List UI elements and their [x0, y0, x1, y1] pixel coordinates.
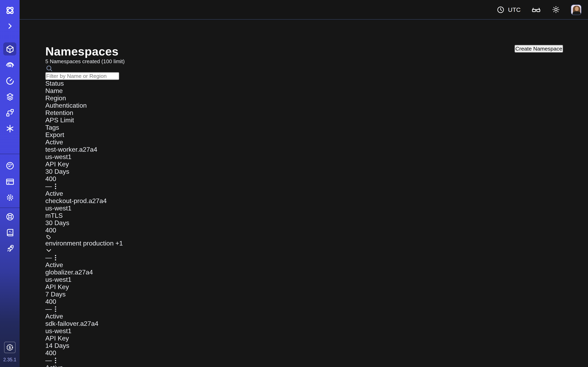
clock-icon	[497, 6, 505, 14]
auth-cell: mTLS	[45, 212, 563, 219]
column-header-export: Export	[45, 131, 563, 139]
table-body: Active test-worker.a27a4 us-west1 API Ke…	[45, 139, 563, 367]
main-content: Namespaces 5 Namespaces created (100 lim…	[20, 20, 588, 367]
sidebar-item-asterisk[interactable]	[3, 122, 16, 135]
status-badge: Active	[45, 364, 63, 367]
sidebar-item-nexus[interactable]	[3, 106, 16, 119]
status-badge: Active	[45, 261, 63, 268]
namespace-link[interactable]: checkout-prod.a27a4	[45, 197, 107, 204]
app-root: $ 2.35.1 UTC	[0, 0, 588, 367]
retention-cell: 30 Days	[45, 168, 563, 175]
timezone-label: UTC	[508, 6, 521, 13]
timezone-selector[interactable]: UTC	[497, 6, 521, 14]
region-label: us-west1	[45, 327, 71, 334]
region-label: us-west1	[45, 205, 71, 212]
sidebar-item-settings[interactable]	[3, 191, 16, 204]
sidebar-item-billing[interactable]	[3, 175, 16, 188]
table-header-row: Status Name Region Authentication Retent…	[45, 80, 563, 139]
sidebar-item-schedules[interactable]	[3, 74, 16, 87]
sidebar-item-getting-started[interactable]	[3, 242, 16, 255]
tag-more-count: +1	[115, 240, 123, 247]
retention-cell: 30 Days	[45, 219, 563, 227]
filter-input-wrapper[interactable]	[45, 64, 563, 80]
region-label: us-west1	[45, 276, 71, 283]
user-avatar[interactable]	[571, 4, 581, 15]
sidebar: $ 2.35.1	[0, 0, 20, 367]
tag-icon	[45, 234, 51, 240]
filter-input[interactable]	[45, 72, 119, 80]
light-mode-sun-icon[interactable]	[552, 5, 560, 14]
sidebar-item-batch[interactable]	[3, 90, 16, 103]
pricing-seal-button[interactable]: $	[4, 342, 16, 353]
namespace-link[interactable]: globalizer.a27a4	[45, 269, 93, 276]
status-badge: Active	[45, 190, 63, 197]
namespace-link[interactable]: test-worker.a27a4	[45, 146, 97, 153]
row-actions-kebab-icon[interactable]	[52, 183, 59, 190]
aps-cell: 400	[45, 227, 563, 234]
table-row[interactable]: Active test-worker.a27a4 us-west1 API Ke…	[45, 139, 563, 190]
sidebar-item-usage[interactable]	[3, 159, 16, 172]
row-actions-kebab-icon[interactable]	[52, 305, 59, 313]
sidebar-item-support[interactable]	[3, 210, 16, 223]
aps-cell: 400	[45, 298, 563, 305]
reader-glasses-icon[interactable]	[531, 5, 541, 15]
status-badge: Active	[45, 139, 63, 146]
namespace-count-subtitle: 5 Namespaces created (100 limit)	[45, 58, 125, 64]
topbar: UTC	[20, 0, 588, 20]
sidebar-divider	[0, 154, 20, 154]
tag-pill[interactable]: environment production	[45, 234, 563, 247]
namespace-link[interactable]: sdk-failover.a27a4	[45, 320, 98, 327]
svg-text:$: $	[9, 345, 11, 350]
tags-expand-chevron-icon[interactable]	[45, 247, 52, 254]
sidebar-item-docs[interactable]	[3, 226, 16, 239]
status-badge: Active	[45, 313, 63, 320]
auth-cell: API Key	[45, 335, 563, 342]
table-row[interactable]: Active checkout-prod.a27a4 us-west1 mTLS…	[45, 190, 563, 261]
create-namespace-button[interactable]: Create Namespace	[515, 45, 563, 53]
aps-cell: 400	[45, 350, 563, 357]
auth-cell: API Key	[45, 284, 563, 291]
table-row[interactable]: Active sdk-failover.a27a4 us-west1 API K…	[45, 313, 563, 364]
sidebar-item-monitor[interactable]	[3, 58, 16, 71]
column-header-aps: APS Limit	[45, 117, 563, 124]
region-label: us-west1	[45, 153, 71, 160]
aps-cell: 400	[45, 175, 563, 183]
tags-wrap: environment production +1	[45, 234, 563, 254]
auth-cell: API Key	[45, 161, 563, 168]
column-header-retention: Retention	[45, 109, 563, 117]
namespaces-table: Status Name Region Authentication Retent…	[45, 80, 563, 367]
export-cell: —	[45, 357, 52, 364]
tag-key: environment	[45, 240, 81, 247]
ui-version-label: 2.35.1	[3, 357, 16, 362]
column-header-auth: Authentication	[45, 102, 563, 109]
column-header-region: Region	[45, 95, 563, 102]
column-header-tags: Tags	[45, 124, 563, 131]
table-row[interactable]: Active quickstart-workflows.a27a4 us-wes…	[45, 364, 563, 367]
search-icon	[45, 64, 563, 72]
sidebar-expand-chevron-icon[interactable]	[3, 20, 16, 33]
page-title: Namespaces	[45, 45, 125, 58]
export-cell: —	[45, 305, 52, 313]
row-actions-kebab-icon[interactable]	[52, 254, 59, 261]
column-header-name: Name	[45, 87, 563, 95]
retention-cell: 14 Days	[45, 342, 563, 350]
retention-cell: 7 Days	[45, 291, 563, 298]
row-actions-kebab-icon[interactable]	[52, 357, 59, 364]
sidebar-item-namespaces[interactable]	[3, 42, 16, 55]
temporal-logo-icon[interactable]	[3, 4, 16, 17]
column-header-status: Status	[45, 80, 563, 87]
table-row[interactable]: Active globalizer.a27a4 us-west1 API Key…	[45, 261, 563, 313]
export-cell: —	[45, 183, 52, 190]
export-cell: —	[45, 254, 52, 261]
sidebar-divider	[0, 208, 20, 208]
tag-value: production	[83, 240, 113, 247]
